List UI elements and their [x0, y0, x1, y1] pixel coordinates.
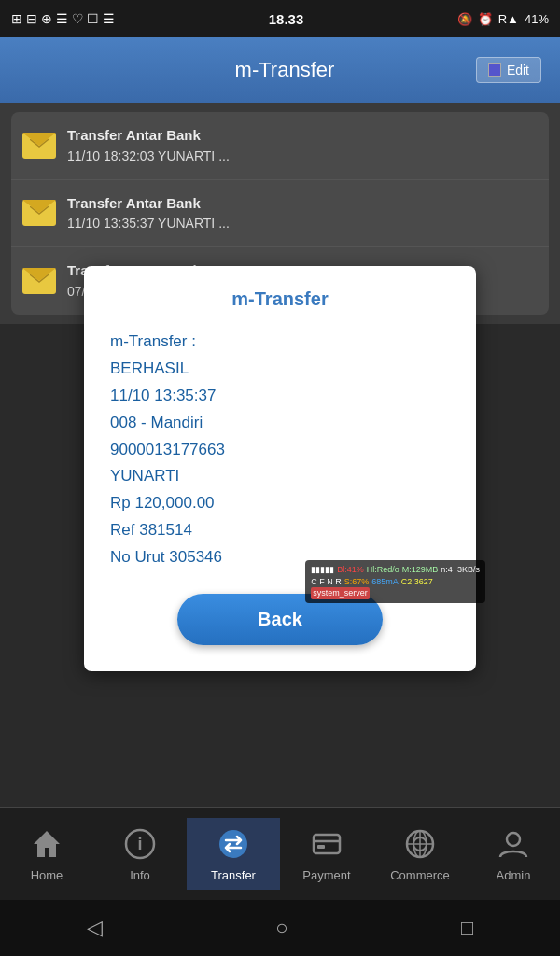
nav-label-commerce: Commerce [390, 868, 450, 882]
transfer-label: m-Transfer : [110, 329, 450, 356]
transfer-name: YUNARTI [110, 463, 450, 490]
transfer-account: 9000013177663 [110, 437, 450, 464]
signal-icon: R▲ [498, 12, 519, 26]
back-nav-button[interactable]: ◁ [87, 916, 103, 940]
modal-title: m-Transfer [110, 288, 450, 310]
battery-level: 41% [525, 12, 549, 26]
nav-label-payment: Payment [302, 868, 350, 882]
nav-label-transfer: Transfer [211, 868, 256, 882]
status-icons: ⊞ ⊟ ⊕ ☰ ♡ ☐ ☰ [11, 11, 115, 26]
status-left-icons: ⊞ ⊟ ⊕ ☰ ♡ ☐ ☰ [11, 11, 115, 26]
svg-marker-3 [34, 831, 60, 857]
sys-server: system_server [311, 587, 370, 599]
sys-bars: ▮▮▮▮▮ [311, 564, 334, 576]
transfer-status: BERHASIL [110, 356, 450, 383]
sys-proc: C2:3627 [401, 576, 433, 588]
transfer-datetime: 11/10 13:35:37 [110, 383, 450, 410]
edit-checkbox [488, 63, 501, 77]
sys-memory: Hl:Red/o [367, 564, 399, 576]
transfer-amount: Rp 120,000.00 [110, 490, 450, 517]
modal-body: m-Transfer : BERHASIL 11/10 13:35:37 008… [110, 329, 450, 571]
android-nav-bar: ◁ ○ □ [0, 900, 560, 956]
nav-label-admin: Admin [497, 868, 531, 882]
system-info-widget: ▮▮▮▮▮ Bl:41% Hl:Red/o M:129MB n:4+3KB/s … [305, 560, 485, 603]
sys-net: n:4+3KB/s [441, 564, 480, 576]
page-title: m-Transfer [93, 58, 476, 82]
recent-nav-button[interactable]: □ [461, 916, 473, 940]
transfer-result-modal: m-Transfer m-Transfer : BERHASIL 11/10 1… [84, 266, 476, 671]
sys-signal: S:67% [344, 576, 370, 588]
sys-label: C F N R [311, 576, 342, 588]
svg-rect-7 [314, 835, 340, 853]
mute-icon: 🔕 [457, 12, 472, 26]
sys-ma: 685mA [371, 576, 399, 588]
status-bar: ⊞ ⊟ ⊕ ☰ ♡ ☐ ☰ 18.33 🔕 ⏰ R▲ 41% [0, 0, 560, 37]
home-nav-button[interactable]: ○ [275, 916, 287, 940]
nav-label-home: Home [31, 868, 63, 882]
app-header: m-Transfer Edit [0, 37, 560, 103]
nav-label-info: Info [130, 868, 150, 882]
edit-button[interactable]: Edit [476, 57, 541, 83]
sys-battery: Bl:41% [337, 564, 364, 576]
transfer-bank-code: 008 - Mandiri [110, 410, 450, 437]
edit-label: Edit [507, 63, 529, 77]
status-right-info: 🔕 ⏰ R▲ 41% [457, 12, 549, 26]
alarm-icon: ⏰ [478, 12, 493, 26]
transfer-ref: Ref 381514 [110, 517, 450, 544]
svg-text:i: i [137, 835, 142, 853]
svg-point-15 [507, 833, 520, 846]
svg-rect-9 [317, 845, 325, 849]
sys-ram: M:129MB [402, 564, 439, 576]
modal-overlay: m-Transfer m-Transfer : BERHASIL 11/10 1… [0, 103, 560, 835]
status-time: 18.33 [269, 11, 304, 27]
